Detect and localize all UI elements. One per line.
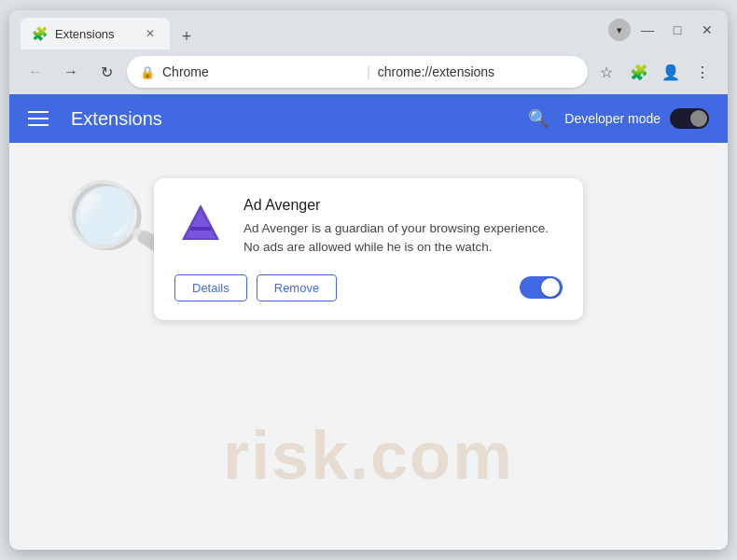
extension-name: Ad Avenger	[243, 197, 563, 214]
remove-button[interactable]: Remove	[257, 274, 337, 301]
nav-bar: ← → ↻ 🔒 Chrome | chrome://extensions ☆ 🧩…	[9, 49, 728, 94]
extensions-page-title: Extensions	[71, 108, 521, 130]
hamburger-line-2	[28, 118, 49, 119]
browser-window: 🧩 Extensions ✕ + ▾ — □ ✕ ← → ↻ 🔒 Chrome …	[9, 10, 728, 550]
extensions-search-button[interactable]: 🔍	[521, 102, 555, 135]
reload-button[interactable]: ↻	[91, 57, 121, 87]
card-top: Ad Avenger Ad Avenger is a guardian of y…	[174, 197, 563, 258]
url-text: chrome://extensions	[378, 64, 575, 79]
tab-puzzle-icon: 🧩	[32, 26, 48, 41]
new-tab-button[interactable]: +	[174, 23, 200, 49]
details-button[interactable]: Details	[174, 274, 247, 301]
extension-description: Ad Avenger is a guardian of your browsin…	[243, 219, 563, 258]
developer-mode-label: Developer mode	[564, 111, 661, 126]
address-divider: |	[367, 64, 370, 79]
enabled-toggle-knob	[541, 278, 560, 297]
card-actions: Details Remove	[174, 274, 563, 301]
profile-button[interactable]: 👤	[657, 58, 685, 86]
toggle-knob	[690, 110, 707, 127]
hamburger-line-3	[28, 124, 49, 126]
title-bar: 🧩 Extensions ✕ + ▾ — □ ✕	[9, 10, 728, 49]
hamburger-line-1	[28, 111, 49, 113]
hamburger-menu-button[interactable]	[28, 104, 58, 133]
extensions-header: Extensions 🔍 Developer mode	[9, 94, 728, 143]
lock-icon: 🔒	[140, 65, 155, 79]
forward-button[interactable]: →	[56, 57, 86, 87]
window-controls: — □ ✕	[638, 21, 716, 39]
site-name: Chrome	[162, 64, 359, 79]
close-button[interactable]: ✕	[698, 21, 716, 39]
ad-avenger-logo-svg	[178, 201, 223, 245]
tab-title: Extensions	[55, 27, 134, 41]
main-content: 🔍 risk.com Ad Avenge	[9, 143, 728, 550]
extension-card: Ad Avenger Ad Avenger is a guardian of y…	[154, 178, 583, 320]
watermark-text: risk.com	[223, 417, 514, 494]
bookmark-button[interactable]: ☆	[593, 59, 619, 85]
address-bar[interactable]: 🔒 Chrome | chrome://extensions	[127, 56, 588, 88]
back-button[interactable]: ←	[21, 57, 50, 87]
extension-logo	[174, 197, 227, 249]
svg-rect-2	[190, 227, 211, 231]
toolbar-icons: 🧩 👤 ⋮	[625, 58, 716, 86]
extension-enabled-toggle[interactable]	[520, 276, 563, 299]
profile-dropdown-button[interactable]: ▾	[608, 19, 631, 41]
menu-button[interactable]: ⋮	[688, 58, 716, 86]
card-info: Ad Avenger Ad Avenger is a guardian of y…	[243, 197, 563, 258]
minimize-button[interactable]: —	[638, 21, 657, 39]
svg-marker-1	[186, 210, 216, 238]
extensions-button[interactable]: 🧩	[625, 58, 653, 86]
tab-area: 🧩 Extensions ✕ +	[21, 10, 605, 49]
developer-mode-toggle[interactable]	[670, 108, 709, 129]
tab-close-button[interactable]: ✕	[142, 25, 159, 42]
active-tab[interactable]: 🧩 Extensions ✕	[21, 18, 170, 49]
maximize-button[interactable]: □	[668, 21, 687, 39]
